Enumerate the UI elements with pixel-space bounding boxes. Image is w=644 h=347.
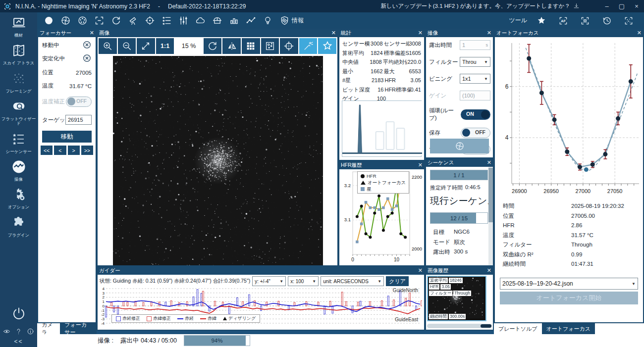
svg-text:GuideNorth: GuideNorth xyxy=(393,288,418,293)
inspect-button[interactable] xyxy=(261,38,279,54)
focuser-step-button-0[interactable]: << xyxy=(41,146,53,155)
sidebar-item-sky-atlas[interactable]: スカイ アトラス xyxy=(0,40,37,68)
close-icon[interactable]: ✕ xyxy=(487,267,491,274)
crosshair-button[interactable] xyxy=(280,38,298,54)
info-icon[interactable] xyxy=(27,328,34,335)
dome-toolbar-icon[interactable] xyxy=(209,14,225,27)
sequencer-icon xyxy=(11,132,26,149)
right-dock-tab[interactable]: プレートソルブ xyxy=(494,323,542,334)
x-scale-select[interactable]: x: 100▼ xyxy=(288,276,319,286)
plate-solve-icon[interactable] xyxy=(577,14,593,27)
close-icon[interactable]: ✕ xyxy=(637,30,642,36)
safety-monitor-toolbar-icon[interactable] xyxy=(242,14,259,27)
close-icon[interactable]: ✕ xyxy=(90,30,94,36)
collapse-sidebar-button[interactable]: << xyxy=(14,338,23,345)
filter-select[interactable]: Throu▼ xyxy=(460,57,490,67)
focuser-toolbar-icon[interactable] xyxy=(91,14,107,27)
close-icon[interactable]: ✕ xyxy=(418,267,423,274)
left-dock-tab[interactable]: カメラ xyxy=(37,323,60,334)
telescope-toolbar-icon[interactable] xyxy=(124,14,141,27)
target-position-input[interactable]: 26915 xyxy=(65,115,92,125)
move-button[interactable]: 移動 xyxy=(42,131,92,143)
download-update-icon[interactable] xyxy=(573,3,580,9)
filter-wheel-toolbar-icon[interactable] xyxy=(74,14,91,27)
close-button[interactable]: × xyxy=(629,0,644,12)
chart-toolbar-icon[interactable] xyxy=(225,14,242,27)
zoom-in-button[interactable] xyxy=(99,38,117,54)
history-icon[interactable] xyxy=(598,14,615,27)
update-notice[interactable]: 新しいアップデート(3.1 HF2 ) があります。今、アップデートしますか？ xyxy=(380,2,570,10)
sequence-scrollbar[interactable] xyxy=(488,167,493,265)
guider-legend-item: 赤経修正 xyxy=(116,315,140,322)
weather-toolbar-icon[interactable] xyxy=(192,14,209,27)
image-toolbar: 1:115 % xyxy=(98,37,337,55)
camera-toolbar-icon[interactable] xyxy=(40,14,57,27)
favorites-icon[interactable] xyxy=(533,14,550,27)
sidebar-item-sequencer[interactable]: シーケンサー xyxy=(0,129,37,156)
exposure-input[interactable]: 1s xyxy=(460,40,490,50)
minimize-button[interactable]: – xyxy=(599,0,614,12)
aperture-toolbar-icon[interactable] xyxy=(57,14,74,27)
sequence-toolbar-icon[interactable] xyxy=(158,14,175,27)
stretch-button[interactable] xyxy=(299,38,318,54)
unit-select[interactable]: unit: ARCSECONDS▼ xyxy=(321,276,384,286)
info-toolbar-icon[interactable] xyxy=(276,14,293,27)
rotate-button[interactable] xyxy=(204,38,222,54)
capture-button[interactable] xyxy=(430,139,489,153)
manual-focus-icon[interactable] xyxy=(620,14,637,27)
app-logo-icon xyxy=(3,2,11,10)
status-bar: 撮像 : 露出中 04:43 / 05:00 94% xyxy=(37,334,644,347)
close-icon[interactable]: ✕ xyxy=(487,159,491,166)
position-label: 位置 xyxy=(42,69,54,76)
maximize-button[interactable]: ▢ xyxy=(614,0,629,12)
guider-legend-item: 赤経 xyxy=(177,315,194,322)
zoom-out-button[interactable] xyxy=(118,38,136,54)
switch-toolbar-icon[interactable] xyxy=(175,14,192,27)
eye-icon[interactable] xyxy=(3,328,10,335)
autofocus-report-select[interactable]: 2025-08-19--19-20-42.json▼ xyxy=(500,278,638,290)
gain-input[interactable]: (100) xyxy=(460,91,490,100)
flip-button[interactable] xyxy=(222,38,241,54)
close-icon[interactable]: ✕ xyxy=(487,30,491,36)
left-dock-tab[interactable]: フォーカサー xyxy=(60,323,97,334)
close-icon[interactable]: ✕ xyxy=(418,30,423,36)
fit-button[interactable] xyxy=(137,38,155,54)
clear-button[interactable]: クリア xyxy=(386,276,409,286)
save-toggle[interactable]: OFF xyxy=(461,128,490,138)
sidebar-item-framing[interactable]: フレーミング xyxy=(0,68,37,96)
focuser-panel-title: フォーカサー xyxy=(40,30,71,37)
options-icon xyxy=(11,187,26,204)
sidebar-item-flat-wizard[interactable]: フラットウィザード xyxy=(0,96,37,129)
history-scrollbar[interactable] xyxy=(427,324,492,328)
rotator-toolbar-icon[interactable] xyxy=(107,14,124,27)
start-autofocus-button[interactable]: オートフォーカス開始 xyxy=(500,292,638,304)
y-scale-select[interactable]: y: +/-4"▼ xyxy=(252,276,286,286)
right-dock-tab[interactable]: オートフォーカス xyxy=(542,323,595,334)
focuser-step-button-3[interactable]: >> xyxy=(81,146,93,155)
focuser-step-button-1[interactable]: < xyxy=(54,146,66,155)
guider-toolbar-icon[interactable] xyxy=(141,14,158,27)
loop-toggle[interactable]: ON xyxy=(461,109,490,120)
autofocus-frame-icon[interactable]: AF xyxy=(555,14,572,27)
flat-panel-toolbar-icon[interactable] xyxy=(259,14,276,27)
exposure-label: 露出時間 xyxy=(429,42,452,49)
help-icon[interactable] xyxy=(15,328,22,335)
one-to-one-button[interactable]: 1:1 xyxy=(156,38,174,54)
binning-select[interactable]: 1x1▼ xyxy=(460,74,490,84)
sidebar-item-plugin[interactable]: プラグイン xyxy=(0,212,37,240)
sidebar-item-options[interactable]: オプション xyxy=(0,184,37,212)
power-icon[interactable] xyxy=(11,306,26,323)
title-separator: - xyxy=(158,3,160,10)
sidebar-item-equipment[interactable]: 機材 xyxy=(0,12,37,40)
close-icon[interactable]: ✕ xyxy=(418,162,423,168)
not-moving-icon xyxy=(82,40,92,50)
binning-label: ビニング xyxy=(429,75,452,83)
grid-button[interactable] xyxy=(242,38,260,54)
star-detect-button[interactable] xyxy=(318,38,336,54)
temp-comp-toggle[interactable]: OFF xyxy=(66,97,92,107)
history-thumbnail[interactable]: 算術平均18246HFR3.05フィルターThrough継続時間300.00s xyxy=(427,276,486,321)
focuser-step-button-2[interactable]: > xyxy=(68,146,80,155)
sidebar-item-imaging[interactable]: 撮像 xyxy=(0,156,37,184)
captured-image[interactable] xyxy=(113,56,323,265)
close-icon[interactable]: ✕ xyxy=(331,30,336,36)
